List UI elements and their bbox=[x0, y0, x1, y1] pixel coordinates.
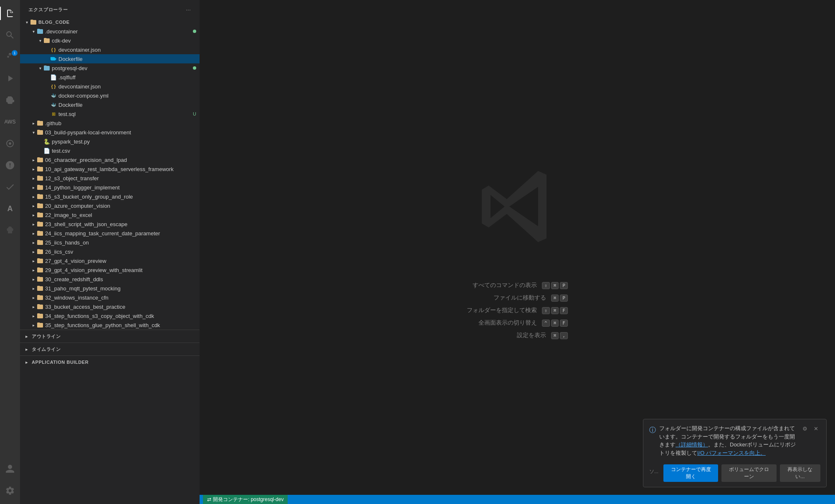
14-python-folder[interactable]: 14_python_loggger_implement bbox=[20, 183, 200, 192]
source-control-badge: 1 bbox=[12, 50, 18, 56]
35-step-folder[interactable]: 35_step_functions_glue_python_shell_with… bbox=[20, 320, 200, 330]
34-step-label: 34_step_functions_s3_copy_object_with_cd… bbox=[45, 313, 196, 319]
root-folder[interactable]: BLOG_CODE bbox=[20, 18, 200, 27]
test-csv-file[interactable]: 📄 test.csv bbox=[20, 146, 200, 155]
22-image-folder[interactable]: 22_image_to_excel bbox=[20, 210, 200, 219]
notification-settings-icon[interactable]: ⚙ bbox=[800, 424, 810, 433]
sqlfluff-file[interactable]: 📄 .sqlfluff bbox=[20, 73, 200, 82]
kbd-ctrl: ^ bbox=[542, 320, 550, 327]
devcontainer-json-2-label: devcontainer.json bbox=[58, 83, 196, 90]
vscode-logo bbox=[476, 165, 559, 248]
cdk-dev-folder[interactable]: cdk-dev bbox=[20, 36, 200, 45]
remote-status-item[interactable]: ⇄ 開発コンテナー: postgresql-dev bbox=[203, 495, 288, 504]
devcontainer-folder[interactable]: .devcontainer bbox=[20, 27, 200, 36]
30-create-icon bbox=[37, 276, 43, 282]
32-windows-label: 32_windows_instance_cfn bbox=[45, 295, 196, 301]
24-iics-folder[interactable]: 24_iics_mapping_task_current_date_parame… bbox=[20, 229, 200, 238]
32-windows-folder[interactable]: 32_windows_instance_cfn bbox=[20, 293, 200, 302]
25-iics-hands-folder[interactable]: 25_iics_hands_on bbox=[20, 238, 200, 247]
26-iics-csv-label: 26_iics_csv bbox=[45, 249, 196, 255]
source-control-icon[interactable]: 1 bbox=[0, 47, 20, 67]
test-sql-label: test.sql bbox=[58, 111, 190, 117]
33-bucket-folder[interactable]: 33_bucket_access_best_practice bbox=[20, 302, 200, 311]
postgresql-dev-folder[interactable]: postgresql-dev bbox=[20, 63, 200, 73]
kbd-cmd2: ⌘ bbox=[551, 295, 559, 302]
dockerfile-2[interactable]: 🐳 Dockerfile bbox=[20, 100, 200, 109]
12-s3-folder[interactable]: 12_s3_object_transfer bbox=[20, 174, 200, 183]
notification-link-2[interactable]: I/O パフォーマンスを向上。 bbox=[697, 450, 766, 456]
app-builder-label: APPLICATION BUILDER bbox=[32, 360, 89, 365]
check-icon[interactable] bbox=[0, 177, 20, 197]
03-build-folder[interactable]: 03_build-pyspark-local-environment bbox=[20, 128, 200, 137]
sqlfluff-label: .sqlfluff bbox=[58, 74, 196, 81]
aws-icon[interactable]: AWS bbox=[0, 112, 20, 132]
timeline-header[interactable]: タイムライン bbox=[20, 345, 200, 354]
dockerfile-1[interactable]: Dockerfile bbox=[20, 54, 200, 63]
shortcut-label-commands: すべてのコマンドの表示 bbox=[473, 282, 537, 289]
14-python-label: 14_python_loggger_implement bbox=[45, 184, 196, 191]
postgresql-arrow bbox=[37, 65, 43, 71]
kbd-cmd3: ⌘ bbox=[551, 307, 559, 314]
notification-link-1[interactable]: （詳細情報） bbox=[676, 441, 708, 448]
more-actions-button[interactable]: ··· bbox=[184, 5, 193, 14]
pyspark-file[interactable]: 🐍 pyspark_test.py bbox=[20, 137, 200, 146]
25-iics-hands-icon bbox=[37, 239, 43, 246]
settings-icon[interactable] bbox=[0, 481, 20, 501]
shortcut-label-search: フォルダーを指定して検索 bbox=[467, 307, 537, 314]
search-icon[interactable] bbox=[0, 25, 20, 45]
docker-compose-file[interactable]: 🐳 docker-compose.yml bbox=[20, 91, 200, 100]
outline-header[interactable]: アウトライン bbox=[20, 332, 200, 341]
activity-bar: 1 AWS A bbox=[0, 0, 20, 504]
status-bar: ⇄ 開発コンテナー: postgresql-dev bbox=[200, 495, 835, 504]
dockerfile-1-label: Dockerfile bbox=[58, 56, 196, 62]
03-build-arrow bbox=[30, 129, 37, 136]
20-azure-label: 20_azure_computer_vision bbox=[45, 203, 196, 209]
devcontainer-json-1[interactable]: { } devcontainer.json bbox=[20, 45, 200, 54]
github-folder[interactable]: .github bbox=[20, 118, 200, 128]
docker-compose-icon: 🐳 bbox=[50, 92, 57, 99]
devcontainer-json-2[interactable]: { } devcontainer.json bbox=[20, 82, 200, 91]
15-s3-bucket-folder[interactable]: 15_s3_bucket_only_group_and_role bbox=[20, 192, 200, 201]
files-icon[interactable] bbox=[0, 3, 20, 23]
dont-show-button[interactable]: 再表示しない... bbox=[780, 464, 820, 482]
reopen-container-button[interactable]: コンテナーで再度開く bbox=[663, 464, 718, 482]
32-windows-icon bbox=[37, 294, 43, 301]
12-s3-label: 12_s3_object_transfer bbox=[45, 175, 196, 181]
text-icon[interactable]: A bbox=[0, 199, 20, 219]
extensions-icon[interactable] bbox=[0, 90, 20, 110]
23-shell-icon bbox=[37, 221, 43, 227]
34-step-folder[interactable]: 34_step_functions_s3_copy_object_with_cd… bbox=[20, 311, 200, 320]
dockerfile-1-icon bbox=[50, 55, 57, 62]
test-csv-icon: 📄 bbox=[43, 147, 50, 154]
27-gpt-folder[interactable]: 27_gpt_4_vision_preview bbox=[20, 256, 200, 265]
search2-icon[interactable] bbox=[0, 155, 20, 175]
06-char-folder[interactable]: 06_character_precision_and_lpad bbox=[20, 155, 200, 164]
shortcut-row-fullscreen: 全画面表示の切り替え ^ ⌘ F bbox=[478, 319, 568, 327]
kbd-f: F bbox=[560, 307, 568, 314]
20-azure-folder[interactable]: 20_azure_computer_vision bbox=[20, 201, 200, 210]
31-paho-folder[interactable]: 31_paho_mqtt_pytest_mocking bbox=[20, 284, 200, 293]
docker-compose-label: docker-compose.yml bbox=[58, 93, 196, 99]
kbd-shift: ⇧ bbox=[542, 282, 550, 289]
remote-icon[interactable] bbox=[0, 134, 20, 154]
35-step-label: 35_step_functions_glue_python_shell_with… bbox=[45, 322, 196, 328]
notification-so-label: ソ... bbox=[649, 468, 658, 475]
chef-icon[interactable] bbox=[0, 220, 20, 240]
10-api-folder[interactable]: 10_api_gateway_rest_lambda_serverless_fr… bbox=[20, 164, 200, 174]
29-gpt-streamlit-icon bbox=[37, 267, 43, 273]
app-builder-header[interactable]: APPLICATION BUILDER bbox=[20, 358, 200, 367]
30-create-folder[interactable]: 30_create_redshift_ddls bbox=[20, 275, 200, 284]
23-shell-folder[interactable]: 23_shell_script_with_json_escape bbox=[20, 219, 200, 229]
notification-close-icon[interactable]: ✕ bbox=[811, 424, 820, 433]
clone-volume-button[interactable]: ボリュームでクローン bbox=[721, 464, 776, 482]
15-s3-bucket-icon bbox=[37, 193, 43, 200]
run-icon[interactable] bbox=[0, 68, 20, 88]
26-iics-csv-folder[interactable]: 26_iics_csv bbox=[20, 247, 200, 256]
29-gpt-streamlit-folder[interactable]: 29_gpt_4_vision_preview_with_streamlit bbox=[20, 265, 200, 275]
main-area: すべてのコマンドの表示 ⇧ ⌘ P ファイルに移動する ⌘ P フォルダーを指定… bbox=[200, 0, 835, 504]
notification-buttons: コンテナーで再度開く ボリュームでクローン 再表示しない... bbox=[663, 464, 820, 482]
account-icon[interactable] bbox=[0, 459, 20, 479]
shortcut-row-commands: すべてのコマンドの表示 ⇧ ⌘ P bbox=[473, 282, 568, 289]
test-sql-file[interactable]: ⊞ test.sql U bbox=[20, 109, 200, 118]
sidebar-header-icons: ··· bbox=[184, 5, 193, 14]
